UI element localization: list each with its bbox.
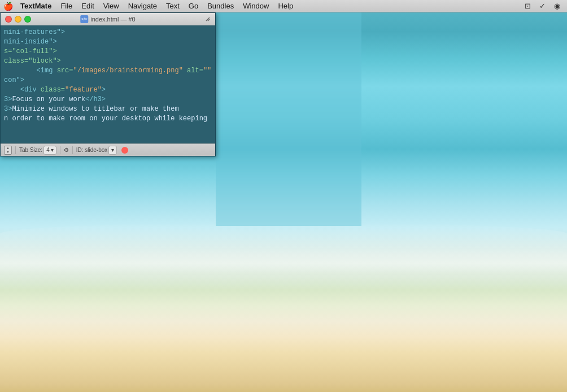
- app-name-menu[interactable]: TextMate: [16, 0, 56, 12]
- menubar-left: 🍎 TextMate File Edit View Navigate Text …: [0, 0, 522, 12]
- window-titlebar: </> index.html — #0: [1, 13, 215, 25]
- dropdown-arrow-icon: ▾: [51, 147, 54, 153]
- tab-size-label: Tab Size:: [19, 147, 42, 153]
- code-line-1: mini-features">: [1, 28, 215, 37]
- separator-2: [60, 146, 60, 154]
- code-line-9: 3>Minimize windows to titlebar or make t…: [1, 104, 215, 114]
- tab-size-control: Tab Size: 4 ▾: [19, 146, 56, 155]
- code-line-3: s="col-full">: [1, 47, 215, 56]
- tab-size-value: 4: [46, 147, 50, 153]
- settings-gear-icon[interactable]: ⚙: [64, 147, 69, 153]
- window-controls: [5, 16, 31, 23]
- close-badge[interactable]: [121, 147, 128, 154]
- code-line-2: mini-inside">: [1, 37, 215, 47]
- line-stepper[interactable]: ▲ ▼: [4, 146, 12, 155]
- title-text: index.html — #0: [90, 16, 135, 23]
- code-editor[interactable]: mini-features"> mini-inside"> s="col-ful…: [1, 25, 215, 143]
- user-icon[interactable]: ◉: [551, 1, 562, 11]
- window-menu[interactable]: Window: [238, 0, 273, 12]
- code-line-5: <img src="/images/brainstorming.png" alt…: [1, 66, 215, 76]
- window-title: </> index.html — #0: [80, 15, 135, 23]
- resize-button[interactable]: [204, 15, 212, 23]
- wifi-icon[interactable]: ⊡: [522, 1, 533, 11]
- id-control: ID: slide-box ▾: [76, 146, 117, 155]
- menubar-right: ⊡ ✓ ◉: [522, 1, 567, 11]
- go-menu[interactable]: Go: [184, 0, 203, 12]
- apple-menu[interactable]: 🍎: [0, 0, 16, 12]
- help-menu[interactable]: Help: [273, 0, 298, 12]
- stepper-up[interactable]: ▲: [5, 146, 11, 150]
- id-dropdown-arrow: ▾: [111, 147, 114, 153]
- file-menu[interactable]: File: [56, 0, 77, 12]
- close-button[interactable]: [5, 16, 12, 23]
- code-line-10: n order to make room on your desktop whi…: [1, 114, 215, 124]
- code-line-8: 3>Focus on your work</h3>: [1, 95, 215, 104]
- wave-overlay: [0, 223, 567, 290]
- code-line-7: <div class="feature">: [1, 85, 215, 95]
- stepper-down[interactable]: ▼: [5, 150, 11, 154]
- file-icon: </>: [80, 15, 88, 23]
- notification-icon[interactable]: ✓: [537, 1, 548, 11]
- navigate-menu[interactable]: Navigate: [124, 0, 162, 12]
- tab-size-dropdown[interactable]: 4 ▾: [43, 146, 56, 155]
- separator-1: [15, 146, 16, 154]
- desktop-frost-overlay: [216, 12, 361, 226]
- edit-menu[interactable]: Edit: [77, 0, 98, 12]
- resize-icon: [205, 16, 211, 22]
- id-label: ID: slide-box: [76, 147, 108, 153]
- id-dropdown[interactable]: ▾: [108, 146, 117, 155]
- view-menu[interactable]: View: [99, 0, 124, 12]
- menubar: 🍎 TextMate File Edit View Navigate Text …: [0, 0, 567, 12]
- code-line-6: con">: [1, 76, 215, 85]
- code-line-4: class="block">: [1, 56, 215, 66]
- textmate-window: </> index.html — #0 mini-features"> mini…: [0, 12, 216, 156]
- apple-icon: 🍎: [3, 2, 13, 11]
- window-statusbar: ▲ ▼ Tab Size: 4 ▾ ⚙ ID: slide-box ▾: [1, 143, 215, 156]
- separator-3: [72, 146, 73, 154]
- maximize-button[interactable]: [24, 16, 31, 23]
- bundles-menu[interactable]: Bundles: [203, 0, 238, 12]
- text-menu[interactable]: Text: [162, 0, 184, 12]
- minimize-button[interactable]: [15, 16, 21, 23]
